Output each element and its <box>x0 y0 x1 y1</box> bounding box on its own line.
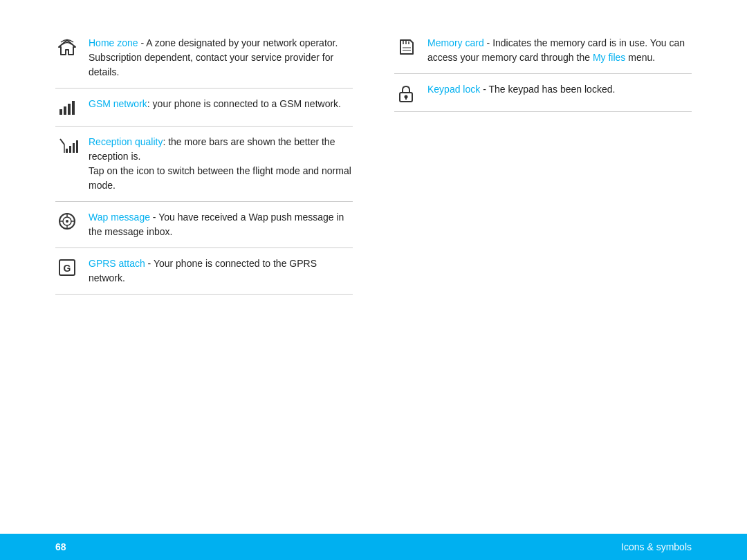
svg-rect-1 <box>59 109 62 115</box>
svg-rect-10 <box>76 140 78 153</box>
entry-memory-card: Memory card - Indicates the memory card … <box>394 28 692 74</box>
entry-keypad-lock: Keypad lock - The keypad has been locked… <box>394 74 692 112</box>
entry-wap: Wap message - You have received a Wap pu… <box>55 202 353 248</box>
svg-rect-2 <box>64 106 66 115</box>
page-number: 68 <box>55 541 66 552</box>
reception-label: Reception quality <box>89 136 163 147</box>
entry-reception: Reception quality: the more bars are sho… <box>55 127 353 202</box>
entry-gprs: G GPRS attach - Your phone is connected … <box>55 248 353 295</box>
svg-rect-7 <box>66 149 68 153</box>
memory-card-text: Memory card - Indicates the memory card … <box>427 36 692 65</box>
keypad-lock-icon <box>394 82 418 103</box>
gsm-text: GSM network: your phone is connected to … <box>89 97 353 111</box>
reception-extra: Tap on the icon to switch between the fl… <box>89 165 351 191</box>
home-zone-icon <box>55 36 79 57</box>
reception-icon <box>55 135 79 156</box>
memory-card-desc2: menu. <box>625 52 655 63</box>
svg-rect-4 <box>72 101 75 115</box>
svg-point-13 <box>66 220 68 223</box>
gsm-icon <box>55 97 79 118</box>
wap-label: Wap message <box>89 212 150 223</box>
page-content: Home zone - A zone designated by your ne… <box>0 0 747 512</box>
keypad-lock-label: Keypad lock <box>427 84 480 95</box>
gprs-label: GPRS attach <box>89 258 145 269</box>
svg-rect-3 <box>68 104 71 115</box>
gprs-text: GPRS attach - Your phone is connected to… <box>89 256 353 286</box>
svg-rect-27 <box>405 97 407 100</box>
wap-text: Wap message - You have received a Wap pu… <box>89 210 353 239</box>
entry-gsm: GSM network: your phone is connected to … <box>55 88 353 127</box>
home-zone-label: Home zone <box>89 37 138 48</box>
keypad-lock-desc: - The keypad has been locked. <box>480 84 615 95</box>
left-column: Home zone - A zone designated by your ne… <box>55 28 353 456</box>
right-column: Memory card - Indicates the memory card … <box>394 28 692 456</box>
svg-line-5 <box>60 139 64 144</box>
gsm-label: GSM network <box>89 98 147 109</box>
memory-card-label: Memory card <box>427 37 484 48</box>
wap-icon <box>55 210 79 231</box>
entry-home-zone: Home zone - A zone designated by your ne… <box>55 28 353 88</box>
memory-card-icon <box>394 36 418 57</box>
svg-rect-9 <box>73 143 75 153</box>
svg-text:G: G <box>64 263 71 274</box>
keypad-lock-text: Keypad lock - The keypad has been locked… <box>427 82 692 97</box>
gsm-desc: : your phone is connected to a GSM netwo… <box>147 98 341 109</box>
my-files-link: My files <box>593 52 625 63</box>
home-zone-text: Home zone - A zone designated by your ne… <box>89 36 353 80</box>
gprs-icon: G <box>55 256 79 277</box>
footer: 68 Icons & symbols <box>0 534 747 560</box>
section-title: Icons & symbols <box>621 541 692 552</box>
svg-rect-8 <box>69 146 71 153</box>
reception-text: Reception quality: the more bars are sho… <box>89 135 353 193</box>
